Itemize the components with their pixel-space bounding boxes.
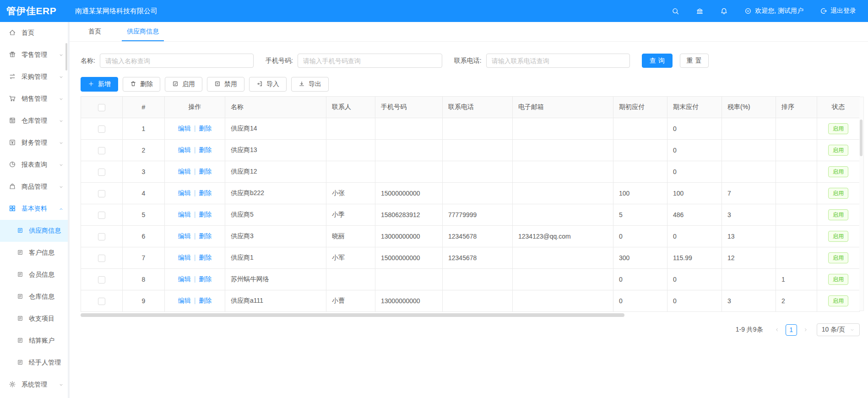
sidebar-item[interactable]: 仓库信息 <box>0 286 68 308</box>
delete-link[interactable]: 删除 <box>199 189 212 196</box>
edit-link[interactable]: 编辑 <box>178 275 191 283</box>
row-actions: 编辑|删除 <box>165 204 225 226</box>
edit-link[interactable]: 编辑 <box>178 232 191 240</box>
delete-link[interactable]: 删除 <box>199 254 212 261</box>
query-button[interactable]: 查询 <box>642 54 673 68</box>
enable-icon <box>172 81 179 88</box>
row-actions: 编辑|删除 <box>165 290 225 312</box>
disable-icon <box>214 81 221 88</box>
search-input-name[interactable] <box>100 54 254 68</box>
delete-link[interactable]: 删除 <box>199 297 212 304</box>
next-page-button[interactable] <box>800 324 811 335</box>
edit-link[interactable]: 编辑 <box>178 211 191 218</box>
page-number-button[interactable]: 1 <box>786 324 797 336</box>
page-size-select[interactable]: 10 条/页 <box>817 323 860 336</box>
sidebar-item[interactable]: 零售管理 <box>0 44 68 66</box>
search-icon[interactable] <box>672 7 679 15</box>
row-checkbox[interactable] <box>98 169 105 176</box>
row-checkbox[interactable] <box>98 125 105 133</box>
row-checkbox[interactable] <box>98 233 105 240</box>
tab-item[interactable]: 首页 <box>81 22 109 41</box>
table-vertical-scrollbar[interactable] <box>859 97 864 311</box>
row-checkbox[interactable] <box>98 276 105 284</box>
select-all-checkbox[interactable] <box>98 104 105 111</box>
prev-page-button[interactable] <box>771 324 782 335</box>
chevron-down-icon <box>59 141 64 146</box>
disable-button[interactable]: 禁用 <box>207 77 244 92</box>
edit-link[interactable]: 编辑 <box>178 125 191 132</box>
table-horizontal-scrollbar[interactable] <box>81 313 859 317</box>
delete-button[interactable]: 删除 <box>123 77 160 92</box>
delete-link[interactable]: 删除 <box>199 125 212 132</box>
supplier-name: 供应商14 <box>225 118 326 140</box>
row-checkbox[interactable] <box>98 190 105 197</box>
edit-link[interactable]: 编辑 <box>178 168 191 175</box>
sidebar-item[interactable]: 客户信息 <box>0 242 68 264</box>
edit-link[interactable]: 编辑 <box>178 189 191 196</box>
row-checkbox[interactable] <box>98 212 105 219</box>
button-label: 删除 <box>140 80 153 88</box>
sidebar-item[interactable]: 首页 <box>0 22 68 44</box>
edit-link[interactable]: 编辑 <box>178 297 191 304</box>
tax-rate <box>722 269 776 290</box>
row-actions: 编辑|删除 <box>165 183 225 204</box>
sidebar-item[interactable]: 报表查询 <box>0 154 68 176</box>
edit-link[interactable]: 编辑 <box>178 254 191 261</box>
sidebar-item[interactable]: 供应商信息 <box>0 220 68 242</box>
row-status: 启用 <box>817 140 860 161</box>
cart-icon <box>9 95 16 104</box>
delete-link[interactable]: 删除 <box>199 211 212 218</box>
search-input-phone[interactable] <box>486 54 630 68</box>
row-checkbox[interactable] <box>98 298 105 305</box>
sidebar-item[interactable]: 结算账户 <box>0 330 68 352</box>
doc-icon <box>17 337 23 345</box>
grid-icon <box>9 205 16 213</box>
sidebar-item[interactable]: 商品管理 <box>0 176 68 198</box>
delete-link[interactable]: 删除 <box>199 275 212 283</box>
money-icon <box>9 139 16 147</box>
row-actions: 编辑|删除 <box>165 118 225 140</box>
closing-payable: 115.99 <box>667 247 722 269</box>
chevron-down-icon <box>59 75 64 80</box>
edit-link[interactable]: 编辑 <box>178 146 191 153</box>
export-button[interactable]: 导出 <box>291 77 329 92</box>
sidebar-item[interactable]: 销售管理 <box>0 88 68 110</box>
reset-button[interactable]: 重置 <box>680 54 709 68</box>
tax-rate: 12 <box>722 247 776 269</box>
sidebar-item[interactable]: 系统管理 <box>0 374 68 396</box>
sidebar-item[interactable]: 基本资料 <box>0 198 68 220</box>
status-badge: 启用 <box>828 231 848 242</box>
mobile-number <box>375 140 443 161</box>
tax-rate: 7 <box>722 183 776 204</box>
enable-button[interactable]: 启用 <box>165 77 202 92</box>
table-row: 5编辑|删除供应商5小季158062839127777999954863启用 <box>81 204 860 226</box>
bank-icon[interactable] <box>696 7 704 15</box>
sort-order: 2 <box>776 290 817 312</box>
logout-button[interactable]: 退出登录 <box>820 7 856 15</box>
contact-name <box>326 269 375 290</box>
chevron-down-icon <box>59 97 64 102</box>
sidebar-item[interactable]: 收支项目 <box>0 308 68 330</box>
sidebar-item[interactable]: 采购管理 <box>0 66 68 88</box>
add-button[interactable]: 新增 <box>81 77 118 92</box>
tab-item[interactable]: 供应商信息 <box>119 22 167 41</box>
welcome-user[interactable]: 欢迎您, 测试用户 <box>744 7 803 15</box>
tab-bar: 首页供应商信息 <box>70 22 868 42</box>
sidebar-item[interactable]: 经手人管理 <box>0 352 68 374</box>
tax-rate: 3 <box>722 290 776 312</box>
sidebar-item[interactable]: 仓库管理 <box>0 110 68 132</box>
contact-name: 小军 <box>326 247 375 269</box>
row-checkbox[interactable] <box>98 147 105 154</box>
delete-link[interactable]: 删除 <box>199 168 212 175</box>
column-header: 期初应付 <box>613 97 667 118</box>
import-button[interactable]: 导入 <box>249 77 287 92</box>
bell-icon[interactable] <box>720 7 728 15</box>
sidebar-item-label: 收支项目 <box>29 315 54 323</box>
sidebar-item[interactable]: 财务管理 <box>0 132 68 154</box>
delete-link[interactable]: 删除 <box>199 146 212 153</box>
delete-link[interactable]: 删除 <box>199 232 212 240</box>
scrollbar-thumb[interactable] <box>81 313 624 317</box>
row-checkbox[interactable] <box>98 255 105 262</box>
search-input-mobile[interactable] <box>298 54 442 68</box>
sidebar-item[interactable]: 会员信息 <box>0 264 68 286</box>
